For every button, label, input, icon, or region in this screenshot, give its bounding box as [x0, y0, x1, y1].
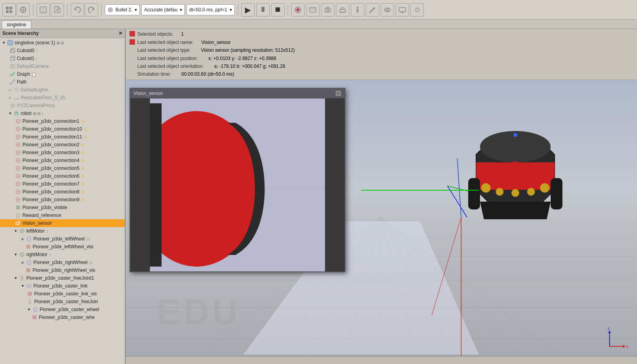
tree-item-XYZCameraProxy[interactable]: XYZCameraProxy [0, 102, 125, 109]
item-label-robot: robot [21, 111, 31, 116]
tree-item-caster-freeJoin[interactable]: Pioneer_p3dx_caster_freeJoin [0, 298, 125, 306]
sep2 [67, 4, 68, 16]
walk-btn[interactable] [351, 3, 364, 16]
record-btn[interactable] [291, 3, 305, 16]
car-btn[interactable] [336, 3, 349, 16]
toggle-leftWheel[interactable]: ▶ [20, 237, 25, 241]
toggle-robot[interactable]: ▼ [8, 111, 13, 116]
robot-extra-icons: ⊞ ⊟ ↕ [33, 111, 44, 116]
tree-item-DefaultLights[interactable]: ▶ DefaultLights [0, 86, 125, 94]
vision-render [150, 98, 325, 271]
scene-btn[interactable] [2, 3, 16, 16]
conn2-icon [15, 142, 21, 148]
tree-item-connection2[interactable]: Pioneer_p3dx_connection2 ⚠ [0, 141, 125, 149]
tree-item-connection9[interactable]: Pioneer_p3dx_connection9 ⚠ [0, 196, 125, 204]
stop-button[interactable]: ⏹ [271, 3, 285, 16]
tree-item-connection3[interactable]: Pioneer_p3dx_connection3 ⚠ [0, 149, 125, 157]
tree-item-caster-whe[interactable]: Pioneer_p3dx_caster_whe [0, 313, 125, 321]
svg-point-22 [343, 11, 345, 13]
toggle-casterJoint1[interactable]: ▼ [13, 276, 18, 280]
toggle-rightWheel[interactable]: ▶ [20, 260, 25, 265]
save-btn[interactable] [37, 3, 50, 16]
toggle-rightMotor[interactable]: ▼ [13, 252, 18, 257]
item-label-XYZCameraProxy: XYZCameraProxy [17, 103, 55, 108]
last-selected-orient-value: a: -178.10 b: +000.047 g: +091.26 [214, 64, 285, 69]
pen-btn[interactable] [366, 3, 379, 16]
vision-popup-close-btn[interactable]: × [335, 90, 341, 96]
warn-icon-6: ⚠ [81, 174, 85, 179]
tree-item-connection7[interactable]: Pioneer_p3dx_connection7 ⚠ [0, 180, 125, 188]
tree-item-rightWheel-vis[interactable]: Pioneer_p3dx_rightWheel_vis [0, 266, 125, 274]
view-btn[interactable] [306, 3, 319, 16]
svg-point-60 [17, 113, 18, 114]
status-bar [126, 356, 637, 364]
wheel-left-icon [26, 236, 32, 242]
tree-item-Cuboid1[interactable]: Cuboid1 ↕ [0, 55, 125, 62]
tree-item-ResizableFloor[interactable]: ▶ ResizableFloor_5_25 [0, 94, 125, 102]
toggle-casterWheel[interactable]: ▼ [27, 307, 31, 312]
accuracy-dropdown[interactable]: Accurate (defau ▾ [141, 4, 185, 15]
tree-item-reward[interactable]: Reward_reference [0, 211, 125, 219]
tree-item-vision-sensor[interactable]: Vision_sensor [0, 219, 125, 227]
caster-link-icon [26, 283, 32, 289]
screen-btn[interactable] [396, 3, 409, 16]
proxy-icon [9, 102, 16, 109]
last-selected-name-label: Last selected object name: [137, 39, 193, 46]
toggle-casterLink[interactable]: ▼ [20, 284, 25, 288]
timing-dropdown[interactable]: dt=50.0 ms, ppf=1 ▾ [186, 4, 235, 15]
tree-item-visible[interactable]: Pioneer_p3dx_visible [0, 204, 125, 211]
camera-btn[interactable] [321, 3, 334, 16]
last-selected-name-value: Vision_sensor [201, 39, 231, 46]
physics-dropdown[interactable]: Bullet 2. ▾ [105, 4, 140, 15]
tree-item-robot[interactable]: ▼ robot ⊞ ⊟ ↕ [0, 109, 125, 117]
cuboid1-icon [9, 55, 16, 62]
undo-btn[interactable] [71, 3, 84, 16]
tree-item-DefaultCamera[interactable]: DefaultCamera [0, 62, 125, 70]
pause-button[interactable]: ⏸ [256, 3, 270, 16]
tree-item-caster-wheel[interactable]: ▼ Pioneer_p3dx_caster_wheel [0, 306, 125, 313]
sim-time-value: 00:00:03.60 (dt=50.0 ms) [181, 71, 234, 77]
viewport[interactable]: EDU x z Vision_sensor × [126, 80, 637, 356]
tree-item-Graph[interactable]: Graph 📋 [0, 70, 125, 78]
tree-item-connection4[interactable]: Pioneer_p3dx_connection4 ⚠ [0, 157, 125, 164]
last-selected-pos-value: x: +0.0103 y: -2.9927 z: +0.3988 [208, 56, 276, 61]
toggle-leftMotor[interactable]: ▼ [13, 229, 18, 233]
settings-btn[interactable] [411, 3, 424, 16]
toggle-DefaultLights[interactable]: ▶ [8, 87, 13, 92]
tree-item-leftWheel[interactable]: ▶ Pioneer_p3dx_leftWheel ⊟ [0, 235, 125, 243]
close-hierarchy-btn[interactable]: ✕ [119, 31, 122, 36]
tree-item-connection6[interactable]: Pioneer_p3dx_connection6 ⚠ [0, 172, 125, 180]
tree-item-connection10[interactable]: Pioneer_p3dx_connection10 ⚠ [0, 125, 125, 133]
tree-item-rightMotor[interactable]: ▼ rightMotor ↕ [0, 251, 125, 258]
motor-left-icon [19, 228, 25, 234]
tree-item-connection5[interactable]: Pioneer_p3dx_connection5 ⚠ [0, 164, 125, 172]
redo-btn[interactable] [85, 3, 98, 16]
wheel-right-vis-icon [25, 267, 31, 273]
sep3 [101, 4, 102, 16]
import-btn[interactable] [51, 3, 64, 16]
tree-item-connection8[interactable]: Pioneer_p3dx_connection8 ⚠ [0, 188, 125, 196]
tree-item-leftWheel-visi[interactable]: Pioneer_p3dx_leftWheel_visi [0, 243, 125, 251]
tree-item-caster-link[interactable]: ▼ Pioneer_p3dx_caster_link [0, 282, 125, 290]
eye-btn[interactable] [381, 3, 394, 16]
toggle-singleline[interactable]: ▼ [2, 40, 6, 45]
vision-popup[interactable]: Vision_sensor × [130, 88, 345, 272]
tree-item-Cuboid0[interactable]: Cuboid0 ↕ [0, 47, 125, 55]
tree-item-connection11[interactable]: Pioneer_p3dx_connection11 ⚠ [0, 133, 125, 141]
tree-item-leftMotor[interactable]: ▼ leftMotor ↕ [0, 227, 125, 235]
tree-item-caster-link-vis[interactable]: Pioneer_p3dx_caster_link_vis [0, 290, 125, 298]
svg-point-89 [27, 237, 31, 241]
caster-whe-icon [31, 314, 38, 320]
svg-rect-90 [26, 245, 30, 249]
tree-item-caster-joint1[interactable]: ▼ Pioneer_p3dx_caster_freeJoint1 [0, 274, 125, 282]
tree-item-connection1[interactable]: Pioneer_p3dx_connection1 ⚠ [0, 117, 125, 125]
play-button[interactable]: ▶ [241, 3, 255, 16]
scene-tree[interactable]: ▼ singleline (scene 1) ⊞ ⊟ Cuboid0 ↕ [0, 38, 125, 364]
tree-item-Path[interactable]: Path [0, 78, 125, 86]
tab-singleline[interactable]: singleline [2, 20, 31, 29]
svg-point-132 [524, 163, 530, 169]
tree-item-rightWheel[interactable]: ▶ Pioneer_p3dx_rightWheel ⊟ [0, 258, 125, 266]
toggle-ResizableFloor[interactable]: ▶ [8, 95, 13, 100]
tree-item-singleline[interactable]: ▼ singleline (scene 1) ⊞ ⊟ [0, 39, 125, 47]
object-btn[interactable] [16, 3, 30, 16]
